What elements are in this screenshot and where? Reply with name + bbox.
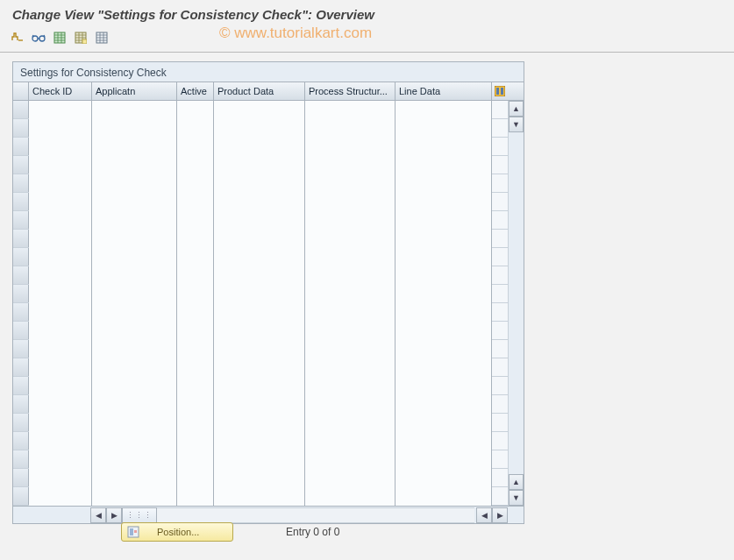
cell[interactable] [177, 358, 214, 377]
cell[interactable] [92, 119, 177, 138]
cell[interactable] [29, 414, 92, 432]
col-active[interactable]: Active [177, 82, 214, 100]
cell[interactable] [305, 303, 396, 322]
scroll-left-btn[interactable]: ◀ [90, 507, 106, 523]
cell[interactable] [214, 119, 305, 138]
cell[interactable] [305, 101, 396, 119]
cell[interactable] [396, 285, 492, 303]
cell[interactable] [92, 358, 177, 377]
scroll-right-btn[interactable]: ▶ [106, 507, 122, 523]
cell[interactable] [92, 432, 177, 450]
table-settings-btn[interactable] [492, 82, 508, 100]
cell[interactable] [177, 487, 214, 506]
cell[interactable] [92, 211, 177, 230]
row-selector[interactable] [13, 414, 29, 431]
cell[interactable] [305, 156, 396, 174]
cell[interactable] [92, 340, 177, 358]
cell[interactable] [305, 248, 396, 266]
cell[interactable] [177, 193, 214, 211]
cell[interactable] [305, 230, 396, 248]
cell[interactable] [396, 138, 492, 156]
cell[interactable] [92, 377, 177, 395]
cell[interactable] [29, 487, 92, 506]
cell[interactable] [305, 193, 396, 211]
cell[interactable] [214, 138, 305, 156]
cell[interactable] [92, 450, 177, 469]
row-selector[interactable] [13, 395, 29, 413]
cell[interactable] [177, 469, 214, 487]
row-selector[interactable] [13, 248, 29, 266]
row-selector[interactable] [13, 156, 29, 174]
cell[interactable] [92, 193, 177, 211]
row-selector[interactable] [13, 303, 29, 321]
cell[interactable] [177, 138, 214, 156]
cell[interactable] [29, 138, 92, 156]
row-selector[interactable] [13, 322, 29, 339]
cell[interactable] [214, 266, 305, 285]
hscroll-thumb[interactable]: ⋮⋮⋮ [122, 507, 157, 523]
row-selector[interactable] [13, 193, 29, 210]
cell[interactable] [214, 322, 305, 340]
cell[interactable] [29, 377, 92, 395]
cell[interactable] [177, 266, 214, 285]
cell[interactable] [29, 450, 92, 469]
cell[interactable] [214, 358, 305, 377]
cell[interactable] [396, 450, 492, 469]
cell[interactable] [396, 340, 492, 358]
cell[interactable] [214, 414, 305, 432]
cell[interactable] [396, 322, 492, 340]
cell[interactable] [396, 248, 492, 266]
cell[interactable] [29, 119, 92, 138]
cell[interactable] [29, 156, 92, 174]
scroll-up-btn-btm[interactable]: ▲ [509, 474, 524, 490]
cell[interactable] [214, 395, 305, 414]
cell[interactable] [305, 119, 396, 138]
cell[interactable] [396, 432, 492, 450]
cell[interactable] [177, 119, 214, 138]
cell[interactable] [396, 174, 492, 193]
cell[interactable] [177, 174, 214, 193]
cell[interactable] [214, 432, 305, 450]
cell[interactable] [92, 266, 177, 285]
cell[interactable] [214, 230, 305, 248]
copy-btn[interactable] [51, 29, 68, 46]
row-selector[interactable] [13, 138, 29, 155]
position-button[interactable]: Position... [121, 522, 233, 542]
cell[interactable] [177, 450, 214, 469]
cell[interactable] [214, 469, 305, 487]
scroll-track[interactable] [509, 132, 524, 474]
save-btn[interactable] [72, 29, 89, 46]
row-selector[interactable] [13, 211, 29, 229]
cell[interactable] [305, 358, 396, 377]
row-selector[interactable] [13, 487, 29, 505]
cell[interactable] [214, 211, 305, 230]
change-toggle-btn[interactable] [9, 29, 26, 46]
cell[interactable] [305, 414, 396, 432]
cell[interactable] [29, 285, 92, 303]
cell[interactable] [396, 395, 492, 414]
cell[interactable] [214, 450, 305, 469]
cell[interactable] [92, 469, 177, 487]
cell[interactable] [92, 248, 177, 266]
cell[interactable] [396, 119, 492, 138]
row-selector[interactable] [13, 101, 29, 118]
cell[interactable] [305, 138, 396, 156]
row-selector[interactable] [13, 340, 29, 358]
cell[interactable] [29, 174, 92, 193]
cell[interactable] [305, 285, 396, 303]
cell[interactable] [177, 248, 214, 266]
row-selector[interactable] [13, 469, 29, 486]
cell[interactable] [214, 340, 305, 358]
cell[interactable] [92, 101, 177, 119]
row-selector[interactable] [13, 450, 29, 468]
cell[interactable] [29, 211, 92, 230]
cell[interactable] [92, 395, 177, 414]
cell[interactable] [29, 230, 92, 248]
cell[interactable] [92, 322, 177, 340]
cell[interactable] [305, 450, 396, 469]
row-selector[interactable] [13, 230, 29, 247]
cell[interactable] [305, 266, 396, 285]
cell[interactable] [214, 248, 305, 266]
col-applicatn[interactable]: Applicatn [92, 82, 177, 100]
cell[interactable] [92, 487, 177, 506]
